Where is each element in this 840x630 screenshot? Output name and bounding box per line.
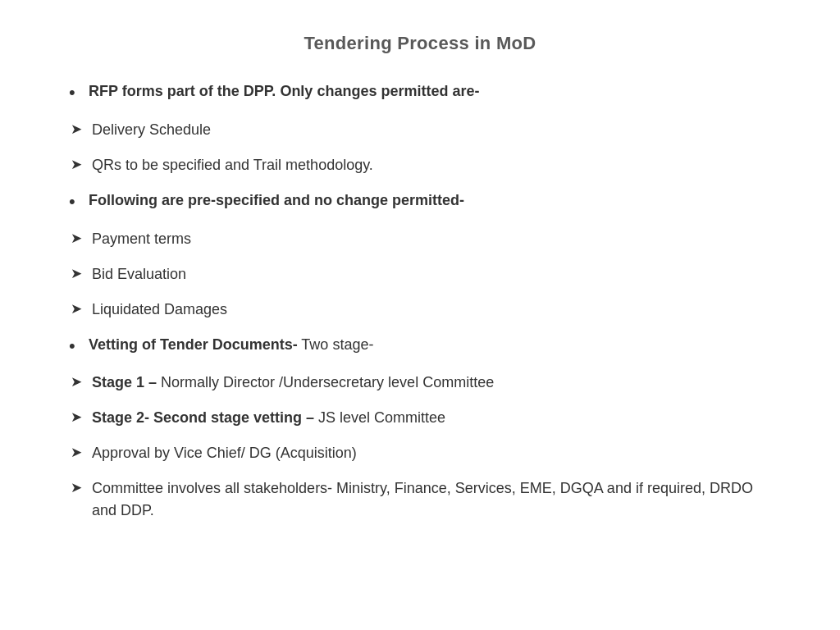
bullet-arrow-icon: ➤ bbox=[66, 442, 92, 463]
bullet-dot-icon: • bbox=[66, 334, 89, 359]
list-item-text: QRs to be specified and Trail methodolog… bbox=[92, 154, 774, 176]
bullet-arrow-icon: ➤ bbox=[66, 119, 92, 140]
list-item: ➤Stage 1 – Normally Director /Undersecre… bbox=[66, 372, 774, 394]
list-item-text: Vetting of Tender Documents- Two stage- bbox=[89, 334, 774, 356]
list-item-bold-text: Stage 1 – bbox=[92, 374, 157, 390]
list-item: ➤Delivery Schedule bbox=[66, 119, 774, 141]
list-item-text: Liquidated Damages bbox=[92, 299, 774, 321]
list-item-text: Committee involves all stakeholders- Min… bbox=[92, 477, 774, 522]
list-item-text: RFP forms part of the DPP. Only changes … bbox=[89, 80, 774, 103]
bullet-arrow-icon: ➤ bbox=[66, 228, 92, 249]
list-item: ➤Payment terms bbox=[66, 228, 774, 250]
bullet-arrow-icon: ➤ bbox=[66, 299, 92, 320]
list-item-normal-text: JS level Committee bbox=[314, 409, 445, 426]
slide-title: Tendering Process in MoD bbox=[66, 33, 774, 54]
list-item: •RFP forms part of the DPP. Only changes… bbox=[66, 80, 774, 106]
list-item: ➤QRs to be specified and Trail methodolo… bbox=[66, 154, 774, 176]
list-item-text: Following are pre-specified and no chang… bbox=[89, 189, 774, 212]
list-item: •Following are pre-specified and no chan… bbox=[66, 189, 774, 215]
list-item-text: Bid Evaluation bbox=[92, 263, 774, 285]
bullet-arrow-icon: ➤ bbox=[66, 372, 92, 393]
list-item-bold-text: Stage 2- Second stage vetting – bbox=[92, 409, 314, 426]
bullet-dot-icon: • bbox=[66, 189, 89, 215]
content-list: •RFP forms part of the DPP. Only changes… bbox=[66, 80, 774, 522]
list-item-normal-text: Two stage- bbox=[298, 336, 374, 353]
bullet-arrow-icon: ➤ bbox=[66, 477, 92, 499]
bullet-arrow-icon: ➤ bbox=[66, 407, 92, 428]
list-item: ➤Liquidated Damages bbox=[66, 299, 774, 321]
list-item-text: Stage 1 – Normally Director /Undersecret… bbox=[92, 372, 774, 394]
list-item-text: Stage 2- Second stage vetting – JS level… bbox=[92, 407, 774, 429]
list-item-text: Payment terms bbox=[92, 228, 774, 250]
list-item-bold-text: Vetting of Tender Documents- bbox=[89, 336, 298, 353]
list-item: ➤Committee involves all stakeholders- Mi… bbox=[66, 477, 774, 522]
list-item: ➤Bid Evaluation bbox=[66, 263, 774, 285]
list-item: ➤Stage 2- Second stage vetting – JS leve… bbox=[66, 407, 774, 429]
slide-container: Tendering Process in MoD •RFP forms part… bbox=[66, 33, 774, 535]
list-item-text: Delivery Schedule bbox=[92, 119, 774, 141]
list-item-normal-text: Normally Director /Undersecretary level … bbox=[157, 374, 494, 390]
bullet-dot-icon: • bbox=[66, 80, 89, 106]
list-item: •Vetting of Tender Documents- Two stage- bbox=[66, 334, 774, 359]
list-item: ➤Approval by Vice Chief/ DG (Acquisition… bbox=[66, 442, 774, 464]
list-item-text: Approval by Vice Chief/ DG (Acquisition) bbox=[92, 442, 774, 464]
bullet-arrow-icon: ➤ bbox=[66, 154, 92, 176]
bullet-arrow-icon: ➤ bbox=[66, 263, 92, 285]
